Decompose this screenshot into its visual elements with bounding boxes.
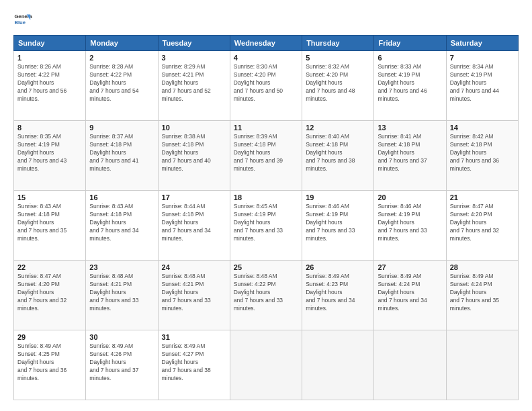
calendar-cell: 29 Sunrise: 8:49 AM Sunset: 4:25 PM Dayl… xyxy=(14,330,86,400)
day-info: Sunrise: 8:30 AM Sunset: 4:20 PM Dayligh… xyxy=(234,63,298,103)
calendar-cell: 30 Sunrise: 8:49 AM Sunset: 4:26 PM Dayl… xyxy=(86,330,158,400)
day-number: 6 xyxy=(378,54,442,62)
day-number: 12 xyxy=(306,124,370,132)
day-number: 24 xyxy=(162,263,226,271)
day-number: 11 xyxy=(234,124,298,132)
day-info: Sunrise: 8:29 AM Sunset: 4:21 PM Dayligh… xyxy=(162,63,226,103)
calendar-cell: 6 Sunrise: 8:33 AM Sunset: 4:19 PM Dayli… xyxy=(374,51,446,121)
calendar-cell: 18 Sunrise: 8:45 AM Sunset: 4:19 PM Dayl… xyxy=(230,191,302,261)
calendar-cell: 23 Sunrise: 8:48 AM Sunset: 4:21 PM Dayl… xyxy=(86,261,158,330)
day-number: 28 xyxy=(450,263,515,271)
day-number: 26 xyxy=(306,263,370,271)
calendar-header-saturday: Saturday xyxy=(446,36,518,51)
day-number: 8 xyxy=(17,124,82,132)
logo-icon: General Blue xyxy=(13,11,32,30)
day-number: 10 xyxy=(162,124,226,132)
day-number: 29 xyxy=(17,333,82,341)
calendar-cell: 16 Sunrise: 8:43 AM Sunset: 4:18 PM Dayl… xyxy=(86,191,158,261)
day-number: 23 xyxy=(89,263,154,271)
calendar-cell: 12 Sunrise: 8:40 AM Sunset: 4:18 PM Dayl… xyxy=(302,121,374,191)
page: General Blue SundayMondayTuesdayWednesda… xyxy=(0,0,532,411)
calendar-cell: 24 Sunrise: 8:48 AM Sunset: 4:21 PM Dayl… xyxy=(158,261,230,330)
calendar-week-1: 1 Sunrise: 8:26 AM Sunset: 4:22 PM Dayli… xyxy=(14,51,519,121)
day-number: 30 xyxy=(89,333,154,341)
calendar-cell: 4 Sunrise: 8:30 AM Sunset: 4:20 PM Dayli… xyxy=(230,51,302,121)
calendar-cell: 3 Sunrise: 8:29 AM Sunset: 4:21 PM Dayli… xyxy=(158,51,230,121)
day-number: 4 xyxy=(234,54,298,62)
calendar-cell: 9 Sunrise: 8:37 AM Sunset: 4:18 PM Dayli… xyxy=(86,121,158,191)
calendar-week-2: 8 Sunrise: 8:35 AM Sunset: 4:19 PM Dayli… xyxy=(14,121,519,191)
day-info: Sunrise: 8:35 AM Sunset: 4:19 PM Dayligh… xyxy=(17,133,82,173)
day-info: Sunrise: 8:48 AM Sunset: 4:21 PM Dayligh… xyxy=(162,273,226,312)
day-number: 27 xyxy=(378,263,442,271)
calendar-week-5: 29 Sunrise: 8:49 AM Sunset: 4:25 PM Dayl… xyxy=(14,330,519,400)
calendar-cell: 2 Sunrise: 8:28 AM Sunset: 4:22 PM Dayli… xyxy=(86,51,158,121)
day-info: Sunrise: 8:44 AM Sunset: 4:18 PM Dayligh… xyxy=(162,203,226,242)
calendar-cell: 25 Sunrise: 8:48 AM Sunset: 4:22 PM Dayl… xyxy=(230,261,302,330)
day-info: Sunrise: 8:49 AM Sunset: 4:25 PM Dayligh… xyxy=(17,342,82,382)
day-info: Sunrise: 8:49 AM Sunset: 4:27 PM Dayligh… xyxy=(162,342,226,382)
calendar-header-friday: Friday xyxy=(374,36,446,51)
day-info: Sunrise: 8:49 AM Sunset: 4:24 PM Dayligh… xyxy=(378,273,442,312)
day-number: 22 xyxy=(17,263,82,271)
calendar-cell: 21 Sunrise: 8:47 AM Sunset: 4:20 PM Dayl… xyxy=(446,191,518,261)
calendar-cell: 22 Sunrise: 8:47 AM Sunset: 4:20 PM Dayl… xyxy=(14,261,86,330)
logo: General Blue xyxy=(13,11,35,30)
calendar-cell: 17 Sunrise: 8:44 AM Sunset: 4:18 PM Dayl… xyxy=(158,191,230,261)
day-info: Sunrise: 8:48 AM Sunset: 4:21 PM Dayligh… xyxy=(89,273,154,312)
day-info: Sunrise: 8:28 AM Sunset: 4:22 PM Dayligh… xyxy=(89,63,154,103)
day-number: 14 xyxy=(450,124,515,132)
day-number: 7 xyxy=(450,54,515,62)
header: General Blue xyxy=(13,11,519,30)
calendar-cell: 13 Sunrise: 8:41 AM Sunset: 4:18 PM Dayl… xyxy=(374,121,446,191)
day-info: Sunrise: 8:40 AM Sunset: 4:18 PM Dayligh… xyxy=(306,133,370,173)
day-info: Sunrise: 8:43 AM Sunset: 4:18 PM Dayligh… xyxy=(17,203,82,242)
calendar-cell: 5 Sunrise: 8:32 AM Sunset: 4:20 PM Dayli… xyxy=(302,51,374,121)
day-number: 13 xyxy=(378,124,442,132)
day-number: 20 xyxy=(378,193,442,201)
day-info: Sunrise: 8:26 AM Sunset: 4:22 PM Dayligh… xyxy=(17,63,82,103)
calendar-cell: 20 Sunrise: 8:46 AM Sunset: 4:19 PM Dayl… xyxy=(374,191,446,261)
calendar-cell: 28 Sunrise: 8:49 AM Sunset: 4:24 PM Dayl… xyxy=(446,261,518,330)
calendar-week-3: 15 Sunrise: 8:43 AM Sunset: 4:18 PM Dayl… xyxy=(14,191,519,261)
day-info: Sunrise: 8:33 AM Sunset: 4:19 PM Dayligh… xyxy=(378,63,442,103)
day-number: 31 xyxy=(162,333,226,341)
calendar-cell: 11 Sunrise: 8:39 AM Sunset: 4:18 PM Dayl… xyxy=(230,121,302,191)
calendar-cell: 7 Sunrise: 8:34 AM Sunset: 4:19 PM Dayli… xyxy=(446,51,518,121)
day-info: Sunrise: 8:43 AM Sunset: 4:18 PM Dayligh… xyxy=(89,203,154,242)
day-info: Sunrise: 8:38 AM Sunset: 4:18 PM Dayligh… xyxy=(162,133,226,173)
day-info: Sunrise: 8:49 AM Sunset: 4:24 PM Dayligh… xyxy=(450,273,515,312)
calendar-cell xyxy=(374,330,446,400)
day-number: 9 xyxy=(89,124,154,132)
calendar-header-sunday: Sunday xyxy=(14,36,86,51)
day-number: 21 xyxy=(450,193,515,201)
calendar-cell xyxy=(446,330,518,400)
day-info: Sunrise: 8:39 AM Sunset: 4:18 PM Dayligh… xyxy=(234,133,298,173)
calendar-table: SundayMondayTuesdayWednesdayThursdayFrid… xyxy=(13,35,519,400)
calendar-header-thursday: Thursday xyxy=(302,36,374,51)
svg-text:Blue: Blue xyxy=(14,19,26,26)
day-number: 16 xyxy=(89,193,154,201)
calendar-cell: 14 Sunrise: 8:42 AM Sunset: 4:18 PM Dayl… xyxy=(446,121,518,191)
day-info: Sunrise: 8:46 AM Sunset: 4:19 PM Dayligh… xyxy=(306,203,370,242)
calendar-header-monday: Monday xyxy=(86,36,158,51)
day-info: Sunrise: 8:47 AM Sunset: 4:20 PM Dayligh… xyxy=(450,203,515,242)
day-info: Sunrise: 8:45 AM Sunset: 4:19 PM Dayligh… xyxy=(234,203,298,242)
day-info: Sunrise: 8:37 AM Sunset: 4:18 PM Dayligh… xyxy=(89,133,154,173)
day-info: Sunrise: 8:47 AM Sunset: 4:20 PM Dayligh… xyxy=(17,273,82,312)
calendar-cell: 8 Sunrise: 8:35 AM Sunset: 4:19 PM Dayli… xyxy=(14,121,86,191)
day-info: Sunrise: 8:46 AM Sunset: 4:19 PM Dayligh… xyxy=(378,203,442,242)
day-info: Sunrise: 8:41 AM Sunset: 4:18 PM Dayligh… xyxy=(378,133,442,173)
calendar-cell: 27 Sunrise: 8:49 AM Sunset: 4:24 PM Dayl… xyxy=(374,261,446,330)
calendar-cell: 19 Sunrise: 8:46 AM Sunset: 4:19 PM Dayl… xyxy=(302,191,374,261)
calendar-cell: 26 Sunrise: 8:49 AM Sunset: 4:23 PM Dayl… xyxy=(302,261,374,330)
day-info: Sunrise: 8:34 AM Sunset: 4:19 PM Dayligh… xyxy=(450,63,515,103)
day-number: 19 xyxy=(306,193,370,201)
day-info: Sunrise: 8:42 AM Sunset: 4:18 PM Dayligh… xyxy=(450,133,515,173)
day-info: Sunrise: 8:48 AM Sunset: 4:22 PM Dayligh… xyxy=(234,273,298,312)
day-number: 18 xyxy=(234,193,298,201)
day-number: 15 xyxy=(17,193,82,201)
day-number: 5 xyxy=(306,54,370,62)
day-info: Sunrise: 8:49 AM Sunset: 4:23 PM Dayligh… xyxy=(306,273,370,312)
calendar-header-row: SundayMondayTuesdayWednesdayThursdayFrid… xyxy=(14,36,519,51)
